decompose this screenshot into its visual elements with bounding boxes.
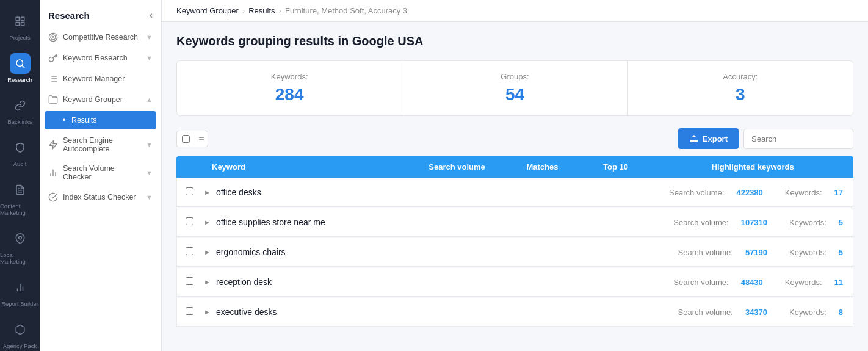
sidebar-item-index-status-checker[interactable]: Index Status Checker ▼ <box>40 187 161 208</box>
select-all-checkbox[interactable] <box>182 135 190 143</box>
row-keywords-label-2: Keywords: <box>789 248 826 257</box>
check-circle-icon <box>48 192 58 202</box>
sidebar-item-content-marketing[interactable]: Content Marketing <box>0 173 40 222</box>
row-keyword-4: executive desks <box>216 307 678 317</box>
sidebar-item-search-volume-checker[interactable]: Search Volume Checker ▼ <box>40 159 161 187</box>
row-expand-2[interactable]: ► <box>204 248 216 256</box>
row-expand-3[interactable]: ► <box>204 278 216 286</box>
sidebar-item-search-engine-autocomplete[interactable]: Search Engine Autocomplete ▼ <box>40 131 161 159</box>
row-checkbox-0[interactable] <box>186 187 204 198</box>
list-icon <box>48 74 58 84</box>
folder-icon <box>48 95 58 104</box>
sidebar-subitem-results[interactable]: • Results <box>45 111 156 129</box>
breadcrumb-results[interactable]: Results <box>248 6 275 15</box>
row-search-volume-value-3: 48430 <box>741 278 763 287</box>
row-expand-0[interactable]: ► <box>204 189 216 196</box>
sidebar-item-keyword-research[interactable]: Keyword Research ▼ <box>40 48 161 68</box>
sidebar-item-local-marketing[interactable]: Local Marketing <box>0 222 40 271</box>
breadcrumb-keyword-grouper[interactable]: Keyword Grouper <box>176 6 239 15</box>
row-meta-4: Search volume: 34370 Keywords: 8 <box>678 308 843 317</box>
row-checkbox-2[interactable] <box>186 247 204 258</box>
row-meta-0: Search volume: 422380 Keywords: 17 <box>669 188 843 197</box>
row-search-volume-label-1: Search volume: <box>673 218 728 227</box>
row-keyword-1: office supplies store near me <box>216 217 673 227</box>
row-meta-1: Search volume: 107310 Keywords: 5 <box>673 218 843 227</box>
row-meta-3: Search volume: 48430 Keywords: 11 <box>673 278 843 287</box>
table-row: ► office desks Search volume: 422380 Key… <box>176 178 853 207</box>
select-sort-control[interactable] <box>176 131 208 147</box>
key-icon <box>48 53 58 63</box>
right-content: Keyword Grouper › Results › Furniture, M… <box>162 0 868 351</box>
svg-rect-3 <box>21 23 24 26</box>
row-keywords-label-0: Keywords: <box>785 188 822 197</box>
row-checkbox-3[interactable] <box>186 277 204 288</box>
svg-point-14 <box>52 37 54 38</box>
chevron-down-icon: ▼ <box>146 34 153 41</box>
table-header: Keyword Search volume Matches Top 10 Hig… <box>176 156 853 178</box>
zap-icon <box>48 140 58 150</box>
search-input[interactable] <box>743 129 853 149</box>
target-icon <box>48 32 58 42</box>
row-keyword-3: reception desk <box>216 277 673 287</box>
th-top10: Top 10 <box>579 162 653 172</box>
row-keywords-count-1: 5 <box>839 218 843 227</box>
row-keywords-label-4: Keywords: <box>789 308 826 317</box>
row-search-volume-value-0: 422380 <box>736 188 762 197</box>
svg-point-8 <box>18 236 21 239</box>
left-icon-bar: Projects Research Backlinks Audit Conten… <box>0 0 40 351</box>
bar-chart-icon <box>48 168 58 178</box>
row-keywords-count-2: 5 <box>839 248 843 257</box>
sidebar-item-research[interactable]: Research <box>0 47 40 89</box>
row-search-volume-label-4: Search volume: <box>678 308 733 317</box>
sidebar-item-backlinks[interactable]: Backlinks <box>0 89 40 131</box>
table-row: ► ergonomics chairs Search volume: 57190… <box>176 238 853 267</box>
breadcrumb-separator-1: › <box>242 6 245 15</box>
sidebar-item-keyword-grouper[interactable]: Keyword Grouper ▲ <box>40 89 161 110</box>
sidebar-item-agency-pack[interactable]: Agency Pack <box>0 313 40 351</box>
breadcrumb-current: Furniture, Method Soft, Accuracy 3 <box>285 6 407 15</box>
stats-bar: Keywords: 284 Groups: 54 Accuracy: 3 <box>176 60 853 116</box>
table-row: ► office supplies store near me Search v… <box>176 208 853 237</box>
row-search-volume-value-1: 107310 <box>741 218 767 227</box>
stat-accuracy: Accuracy: 3 <box>628 61 853 115</box>
page-title: Keywords grouping results in Google USA <box>176 34 853 48</box>
export-button[interactable]: Export <box>678 128 739 149</box>
sort-button[interactable] <box>195 135 208 142</box>
row-meta-2: Search volume: 57190 Keywords: 5 <box>678 248 843 257</box>
row-keyword-0: office desks <box>216 187 669 197</box>
chevron-down-icon-4: ▼ <box>146 169 153 176</box>
th-keyword: Keyword <box>207 162 408 172</box>
row-checkbox-4[interactable] <box>186 306 204 317</box>
sidebar-item-competitive-research[interactable]: Competitive Research ▼ <box>40 27 161 48</box>
row-keywords-count-4: 8 <box>839 308 843 317</box>
table-row: ► executive desks Search volume: 34370 K… <box>176 298 853 327</box>
middle-sidebar-header: Research ‹ <box>40 0 161 27</box>
breadcrumb-separator-2: › <box>279 6 281 15</box>
svg-line-5 <box>22 65 24 68</box>
row-keywords-count-0: 17 <box>834 188 843 197</box>
sidebar-item-report-builder[interactable]: Report Builder <box>0 271 40 313</box>
th-search-volume: Search volume <box>408 162 506 172</box>
breadcrumb: Keyword Grouper › Results › Furniture, M… <box>162 0 868 22</box>
chevron-up-icon: ▲ <box>146 96 153 103</box>
th-checkbox <box>176 162 207 172</box>
collapse-sidebar-button[interactable]: ‹ <box>150 10 153 21</box>
chevron-down-icon-5: ▼ <box>146 194 153 201</box>
svg-rect-2 <box>16 23 19 26</box>
row-search-volume-label-3: Search volume: <box>673 278 728 287</box>
chevron-down-icon-2: ▼ <box>146 54 153 62</box>
svg-point-13 <box>51 35 56 40</box>
row-keywords-count-3: 11 <box>834 278 843 287</box>
sidebar-item-keyword-manager[interactable]: Keyword Manager <box>40 68 161 89</box>
page-content: Keywords grouping results in Google USA … <box>162 22 868 340</box>
chevron-down-icon-3: ▼ <box>146 141 153 148</box>
row-search-volume-label-0: Search volume: <box>669 188 724 197</box>
th-matches: Matches <box>506 162 579 172</box>
sidebar-item-projects[interactable]: Projects <box>0 5 40 47</box>
row-expand-1[interactable]: ► <box>204 219 216 226</box>
row-checkbox-1[interactable] <box>186 217 204 228</box>
row-search-volume-label-2: Search volume: <box>678 248 733 257</box>
sidebar-item-audit[interactable]: Audit <box>0 131 40 173</box>
row-expand-4[interactable]: ► <box>204 308 216 316</box>
row-keywords-label-3: Keywords: <box>785 278 822 287</box>
